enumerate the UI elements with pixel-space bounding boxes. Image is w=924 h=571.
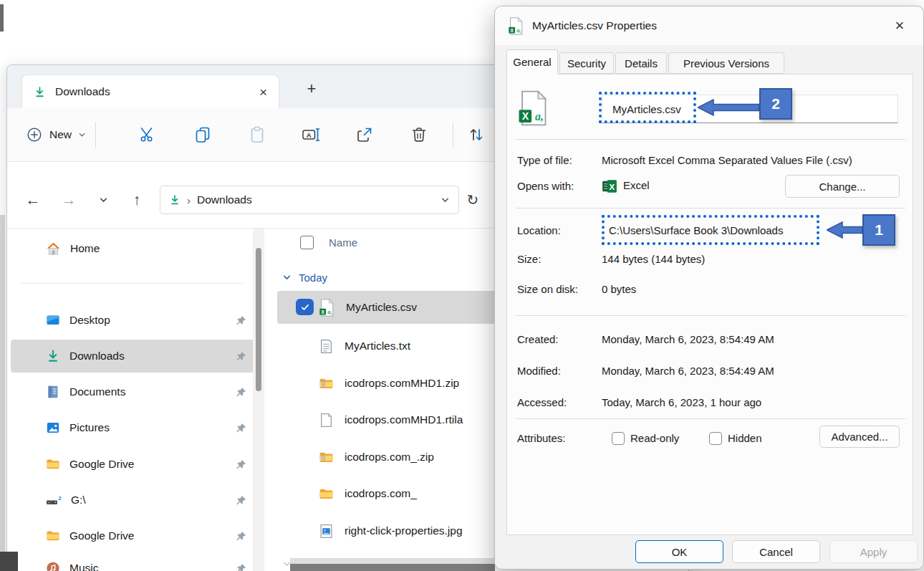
group-today[interactable]: Today: [282, 272, 327, 284]
sidebar-item-label: Google Drive: [69, 529, 134, 542]
pin-icon: [236, 495, 246, 506]
refresh-button[interactable]: ↻: [457, 184, 489, 216]
tab-title: Downloads: [55, 85, 110, 98]
tab-details[interactable]: Details: [615, 52, 667, 74]
opens-with-app: Excel: [623, 179, 650, 191]
tab-general[interactable]: General: [506, 49, 558, 75]
sidebar-item-google-drive-2[interactable]: Google Drive: [7, 521, 259, 551]
tab-close-icon[interactable]: ×: [259, 85, 267, 99]
toolbar-divider: [95, 122, 96, 148]
tab-security[interactable]: Security: [559, 52, 614, 74]
sidebar-item-desktop[interactable]: Desktop: [7, 305, 259, 335]
zip-folder-icon: [319, 450, 334, 465]
chevron-down-icon: [78, 131, 86, 139]
general-tab-panel: MyArticles.csv 2 Type of file: Microsoft…: [506, 74, 913, 535]
sidebar-item-downloads[interactable]: Downloads: [7, 341, 259, 371]
file-row-myarticles-txt[interactable]: MyArticles.txt: [277, 330, 499, 363]
folder-icon: [319, 486, 334, 502]
opens-with-label: Opens with:: [517, 179, 574, 193]
downloads-icon: [46, 349, 60, 363]
accessed-value: Today, March 6, 2023, 1 hour ago: [602, 395, 761, 410]
sidebar-divider: [21, 283, 243, 284]
rename-icon: [302, 125, 320, 144]
sidebar-item-label: Downloads: [69, 350, 125, 363]
excel-app-icon: [602, 178, 617, 194]
size-on-disk-value: 0 bytes: [602, 282, 636, 297]
clipboard-icon: [248, 125, 266, 144]
tab-downloads[interactable]: Downloads ×: [21, 75, 279, 108]
size-on-disk-label: Size on disk:: [517, 282, 578, 297]
new-button-label: New: [49, 128, 72, 141]
file-icon: [319, 413, 334, 428]
sidebar-item-home[interactable]: Home: [7, 234, 259, 264]
sidebar-item-g-drive[interactable]: G:\: [7, 485, 259, 515]
new-tab-button[interactable]: +: [299, 77, 324, 101]
drive-icon: [46, 493, 62, 507]
group-label: Today: [299, 272, 327, 284]
file-name: right-click-properties.jpg: [345, 524, 463, 537]
size-value: 144 bytes (144 bytes): [602, 252, 705, 267]
accessed-label: Accessed:: [517, 395, 567, 410]
scrollbar-thumb[interactable]: [256, 248, 261, 391]
breadcrumb-separator: ›: [187, 194, 191, 206]
file-name: MyArticles.csv: [346, 301, 417, 314]
rename-button[interactable]: [297, 120, 325, 149]
back-button[interactable]: ←: [17, 184, 49, 216]
sidebar-item-pictures[interactable]: Pictures: [7, 413, 259, 443]
screenshot-root: Downloads × + New ← → ↑ › Downloads: [0, 0, 924, 571]
sidebar-item-music[interactable]: Music: [7, 553, 259, 571]
file-row-zip-2[interactable]: icodrops.com_.zip: [277, 441, 499, 474]
copy-button[interactable]: [188, 120, 217, 149]
sidebar-scrollbar[interactable]: [253, 229, 264, 571]
sidebar-item-documents[interactable]: Documents: [7, 377, 259, 407]
plus-circle-icon: [26, 126, 43, 143]
tab-previous-versions[interactable]: Previous Versions: [668, 52, 784, 74]
sidebar-item-label: G:\: [71, 494, 86, 507]
advanced-button[interactable]: Advanced...: [819, 426, 900, 448]
sort-button[interactable]: [462, 120, 491, 149]
share-button[interactable]: [350, 120, 379, 149]
delete-button[interactable]: [405, 120, 433, 149]
dialog-close-button[interactable]: ×: [889, 15, 910, 37]
size-label: Size:: [517, 252, 541, 267]
readonly-checkbox[interactable]: [612, 432, 625, 445]
hidden-checkbox[interactable]: [709, 432, 722, 445]
file-name: icodrops.com_.zip: [345, 451, 434, 464]
separator: [516, 315, 905, 316]
file-name: icodrops.com_: [345, 487, 417, 500]
address-bar[interactable]: › Downloads: [160, 186, 459, 214]
separator: [516, 208, 905, 208]
annotation-arrow-2: [698, 97, 759, 117]
select-all-checkbox[interactable]: [300, 236, 314, 249]
history-dropdown-button[interactable]: [87, 184, 119, 216]
cut-button[interactable]: [133, 120, 162, 149]
dialog-titlebar[interactable]: MyArticles.csv Properties ×: [495, 6, 923, 45]
modified-label: Modified:: [517, 364, 561, 378]
chevron-down-icon[interactable]: [441, 196, 450, 205]
sidebar-item-google-drive[interactable]: Google Drive: [7, 449, 259, 479]
file-row-zip-1[interactable]: icodrops.comMHD1.zip: [277, 367, 499, 400]
change-button[interactable]: Change...: [785, 175, 900, 198]
file-name: MyArticles.txt: [345, 340, 410, 352]
breadcrumb[interactable]: Downloads: [197, 193, 252, 206]
paste-button[interactable]: [243, 120, 271, 149]
background-window-top-edge: [290, 558, 495, 564]
file-row-jpg[interactable]: right-click-properties.jpg: [277, 514, 499, 547]
file-name: icodrops.comMHD1.rtila: [345, 413, 463, 426]
file-row-myarticles-csv[interactable]: MyArticles.csv: [277, 291, 499, 324]
background-window-corner: [0, 552, 18, 571]
background-window-titlebar-edge: [290, 564, 495, 571]
annotation-arrow-1: [827, 220, 862, 240]
forward-button[interactable]: →: [53, 184, 85, 216]
up-button[interactable]: ↑: [121, 184, 153, 216]
file-row-rtila[interactable]: icodrops.comMHD1.rtila: [277, 403, 499, 436]
column-header-name[interactable]: Name: [329, 236, 357, 249]
ok-button[interactable]: OK: [635, 540, 723, 563]
new-button[interactable]: New: [19, 118, 93, 151]
file-row-folder[interactable]: icodrops.com_: [277, 477, 499, 510]
sidebar-item-label: Pictures: [69, 421, 110, 434]
desktop-icon: [46, 313, 60, 327]
cancel-button[interactable]: Cancel: [732, 540, 820, 563]
downloads-icon: [34, 86, 46, 98]
dialog-title: MyArticles.csv Properties: [532, 19, 657, 32]
